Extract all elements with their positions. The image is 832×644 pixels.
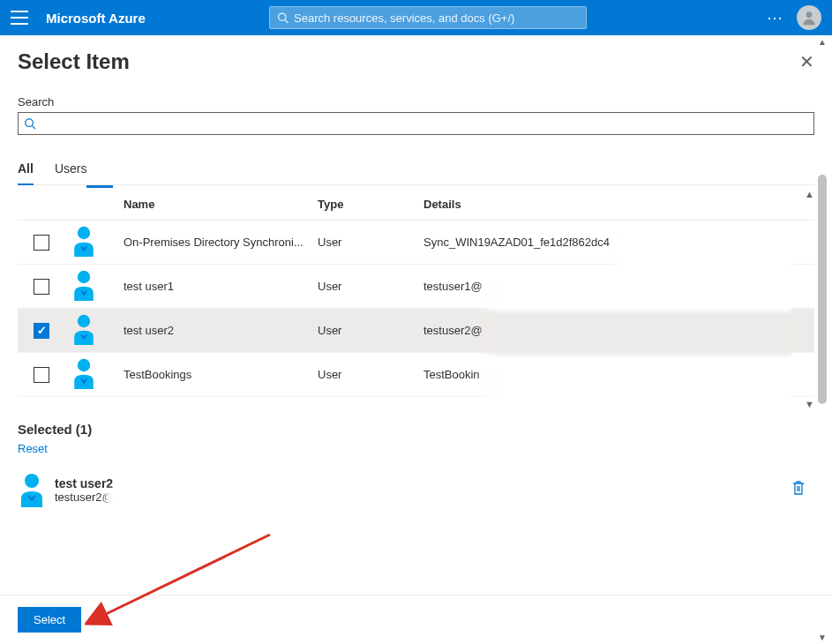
tab-users[interactable]: Users: [55, 156, 87, 184]
user-icon: [71, 313, 97, 345]
cell-type: User: [318, 368, 423, 381]
cell-type: User: [318, 280, 423, 293]
table-row[interactable]: TestBookings User TestBookin: [18, 353, 814, 397]
scrollbar[interactable]: ▲ ▼: [816, 37, 828, 642]
svg-point-6: [78, 271, 90, 283]
user-icon: [71, 357, 97, 389]
sort-indicator: [86, 185, 113, 188]
cell-name: test user2: [124, 324, 318, 337]
scroll-down-icon[interactable]: ▼: [816, 633, 828, 642]
global-search-input[interactable]: [294, 11, 579, 25]
tab-bar: All Users: [18, 156, 814, 185]
search-icon: [24, 117, 36, 130]
selected-heading: Selected (1): [18, 422, 814, 437]
col-type[interactable]: Type: [318, 198, 423, 211]
scroll-down-icon[interactable]: ▼: [805, 399, 814, 409]
selected-section: Selected (1) Reset test user2 testuser2@: [18, 422, 814, 511]
panel-footer: Select: [0, 595, 832, 644]
svg-point-7: [78, 315, 90, 327]
row-checkbox[interactable]: [34, 323, 49, 339]
user-icon: [71, 269, 97, 301]
table-row[interactable]: test user1 User testuser1@: [18, 265, 814, 309]
panel-title: Select Item: [18, 49, 130, 74]
search-icon: [277, 11, 289, 24]
cell-type: User: [318, 236, 423, 249]
cell-name: test user1: [124, 280, 318, 293]
cell-details: testuser2@: [423, 324, 483, 337]
close-icon[interactable]: ✕: [799, 51, 814, 72]
svg-point-3: [26, 119, 34, 127]
select-button[interactable]: Select: [18, 607, 81, 633]
svg-point-0: [278, 13, 285, 20]
cell-details: Sync_WIN19AZAD01_fe1d2f862dc4: [423, 236, 610, 249]
select-item-panel: Select Item ✕ Search All Users ▲ Name Ty…: [0, 35, 832, 595]
selected-item-name: test user2: [55, 476, 114, 490]
user-icon: [18, 472, 46, 507]
tab-all[interactable]: All: [18, 156, 34, 184]
svg-point-9: [25, 474, 39, 488]
cell-name: On-Premises Directory Synchroni...: [124, 236, 318, 249]
cell-details: TestBookin: [423, 368, 480, 381]
selected-item-details: testuser2@: [55, 490, 114, 504]
col-details[interactable]: Details: [423, 198, 814, 211]
svg-line-4: [32, 126, 34, 129]
user-avatar[interactable]: [797, 5, 821, 30]
cell-type: User: [318, 324, 423, 337]
user-icon: [71, 225, 97, 257]
table-row[interactable]: test user2 User testuser2@: [18, 309, 814, 353]
cell-name: TestBookings: [124, 368, 318, 381]
row-checkbox[interactable]: [34, 279, 49, 295]
scroll-thumb[interactable]: [818, 175, 827, 404]
search-label: Search: [18, 95, 814, 109]
scroll-up-icon[interactable]: ▲: [816, 37, 828, 47]
reset-link[interactable]: Reset: [18, 442, 48, 455]
panel-search-box[interactable]: [18, 112, 814, 135]
menu-icon[interactable]: [11, 11, 28, 25]
svg-point-5: [78, 227, 90, 239]
svg-point-8: [78, 359, 90, 371]
remove-selected-button[interactable]: [791, 480, 806, 499]
scroll-up-icon[interactable]: ▲: [805, 189, 814, 199]
azure-topbar: Microsoft Azure ⋯: [0, 0, 832, 35]
selected-item: test user2 testuser2@: [18, 468, 814, 511]
row-checkbox[interactable]: [34, 367, 49, 383]
svg-line-1: [285, 19, 288, 22]
brand-label: Microsoft Azure: [46, 11, 146, 26]
more-icon[interactable]: ⋯: [767, 8, 784, 27]
panel-search-input[interactable]: [36, 117, 808, 131]
global-search-box[interactable]: [269, 6, 587, 29]
results-grid: ▲ Name Type Details On-Premises Director…: [18, 185, 814, 397]
table-row[interactable]: On-Premises Directory Synchroni... User …: [18, 221, 814, 265]
col-name[interactable]: Name: [124, 198, 318, 211]
row-checkbox[interactable]: [34, 235, 49, 251]
svg-point-2: [806, 11, 813, 18]
cell-details: testuser1@: [423, 280, 483, 293]
